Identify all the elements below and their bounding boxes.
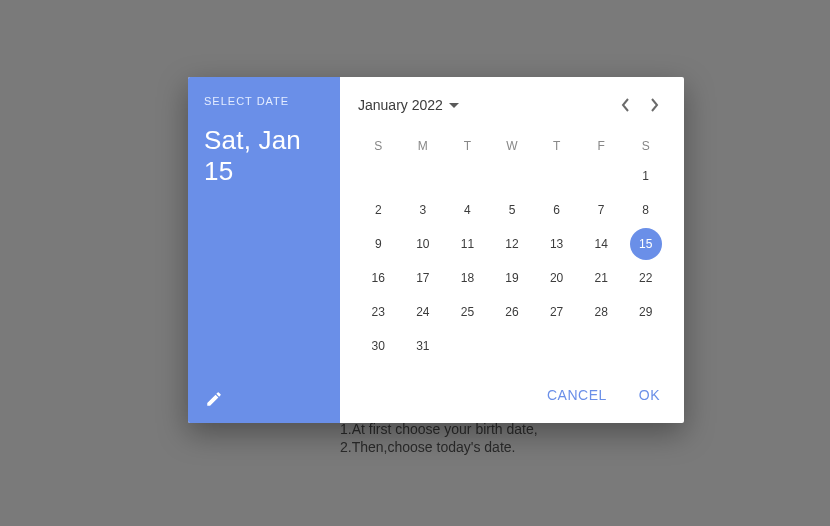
calendar-empty-cell [579, 159, 624, 193]
calendar-empty-cell [534, 159, 579, 193]
date-picker-side-panel: SELECT DATE Sat, Jan 15 [188, 77, 340, 423]
calendar-empty-cell [401, 159, 446, 193]
day-of-week-header: W [490, 133, 535, 159]
calendar-day-31[interactable]: 31 [401, 329, 446, 363]
calendar-day-26[interactable]: 26 [490, 295, 535, 329]
calendar-day-7[interactable]: 7 [579, 193, 624, 227]
instruction-line-2: 2.Then,choose today's date. [340, 438, 538, 456]
calendar-day-21[interactable]: 21 [579, 261, 624, 295]
calendar-day-23[interactable]: 23 [356, 295, 401, 329]
calendar-day-28[interactable]: 28 [579, 295, 624, 329]
edit-date-button[interactable] [202, 387, 226, 411]
calendar-day-6[interactable]: 6 [534, 193, 579, 227]
calendar-day-9[interactable]: 9 [356, 227, 401, 261]
day-of-week-header: F [579, 133, 624, 159]
calendar-day-24[interactable]: 24 [401, 295, 446, 329]
calendar-panel: January 2022 SMTWTFS12345678910111213141… [340, 77, 684, 423]
calendar-day-15[interactable]: 15 [623, 227, 668, 261]
calendar-day-8[interactable]: 8 [623, 193, 668, 227]
cancel-button[interactable]: CANCEL [543, 381, 611, 409]
day-of-week-header: T [534, 133, 579, 159]
calendar-day-16[interactable]: 16 [356, 261, 401, 295]
selected-date-display: Sat, Jan 15 [204, 125, 324, 187]
calendar-empty-cell [490, 159, 535, 193]
month-year-label: January 2022 [358, 97, 443, 113]
calendar-day-25[interactable]: 25 [445, 295, 490, 329]
calendar-empty-cell [445, 159, 490, 193]
calendar-day-2[interactable]: 2 [356, 193, 401, 227]
calendar-header: January 2022 [356, 91, 668, 119]
calendar-day-18[interactable]: 18 [445, 261, 490, 295]
calendar-day-13[interactable]: 13 [534, 227, 579, 261]
prev-month-button[interactable] [612, 91, 640, 119]
date-picker-dialog: SELECT DATE Sat, Jan 15 January 2022 SMT… [188, 77, 684, 423]
dialog-actions: CANCEL OK [356, 375, 668, 413]
calendar-day-10[interactable]: 10 [401, 227, 446, 261]
calendar-grid: SMTWTFS123456789101112131415161718192021… [356, 133, 668, 363]
day-of-week-header: T [445, 133, 490, 159]
calendar-day-27[interactable]: 27 [534, 295, 579, 329]
calendar-day-5[interactable]: 5 [490, 193, 535, 227]
day-of-week-header: M [401, 133, 446, 159]
calendar-day-11[interactable]: 11 [445, 227, 490, 261]
calendar-day-17[interactable]: 17 [401, 261, 446, 295]
chevron-left-icon [621, 98, 631, 112]
calendar-empty-cell [356, 159, 401, 193]
calendar-day-14[interactable]: 14 [579, 227, 624, 261]
calendar-day-12[interactable]: 12 [490, 227, 535, 261]
calendar-day-30[interactable]: 30 [356, 329, 401, 363]
calendar-day-3[interactable]: 3 [401, 193, 446, 227]
day-of-week-header: S [356, 133, 401, 159]
month-year-selector[interactable]: January 2022 [356, 93, 461, 117]
dropdown-icon [449, 103, 459, 108]
calendar-day-20[interactable]: 20 [534, 261, 579, 295]
chevron-right-icon [649, 98, 659, 112]
select-date-label: SELECT DATE [204, 95, 324, 107]
calendar-day-22[interactable]: 22 [623, 261, 668, 295]
next-month-button[interactable] [640, 91, 668, 119]
pencil-icon [205, 390, 223, 408]
calendar-day-4[interactable]: 4 [445, 193, 490, 227]
calendar-day-19[interactable]: 19 [490, 261, 535, 295]
ok-button[interactable]: OK [635, 381, 664, 409]
calendar-day-29[interactable]: 29 [623, 295, 668, 329]
day-of-week-header: S [623, 133, 668, 159]
backdrop-instructions: 1.At first choose your birth date, 2.The… [340, 420, 538, 456]
calendar-day-1[interactable]: 1 [623, 159, 668, 193]
